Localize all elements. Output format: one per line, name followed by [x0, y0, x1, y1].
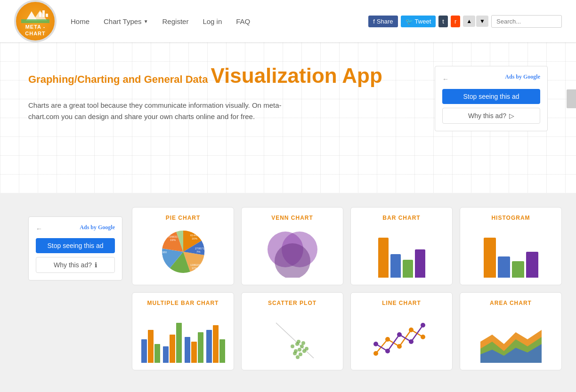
search-input[interactable] — [491, 15, 562, 28]
svg-rect-4 — [42, 10, 45, 17]
chart-card-histogram[interactable]: HISTOGRAM — [460, 207, 562, 285]
chart-card-bar[interactable]: BAR CHART — [350, 207, 453, 285]
why-this-ad-button-left[interactable]: Why this ad? ℹ — [36, 257, 115, 273]
svg-point-24 — [298, 348, 301, 352]
why-this-ad-button-top[interactable]: Why this ad? ▷ — [442, 108, 540, 124]
line-chart-title: LINE CHART — [382, 300, 421, 306]
chart-card-line[interactable]: LINE CHART — [350, 292, 453, 370]
chart-card-area[interactable]: AREA CHART — [460, 292, 562, 370]
stop-seeing-ad-button-left[interactable]: Stop seeing this ad — [36, 238, 115, 253]
chart-card-multibar[interactable]: MULTIPLE BAR CHART — [132, 292, 234, 370]
svg-text:614452: 614452 — [190, 234, 200, 237]
left-ad-back-arrow-icon[interactable]: ← — [36, 225, 42, 232]
svg-point-27 — [297, 340, 300, 344]
svg-text:19%: 19% — [170, 239, 176, 241]
ads-by-google-label: Ads by Google — [505, 73, 540, 80]
svg-point-32 — [301, 341, 305, 345]
area-chart-title: AREA CHART — [490, 300, 532, 306]
ad-back-arrow-icon[interactable]: ← — [442, 75, 449, 83]
hist-bar-2 — [498, 256, 510, 278]
mbar-1c — [154, 344, 160, 363]
bar-4 — [415, 249, 425, 278]
svg-text:307380: 307380 — [157, 251, 167, 254]
mbar-3b — [191, 342, 197, 363]
area-chart-svg — [480, 316, 542, 363]
hero-title: Graphing/Charting and General Data Visua… — [28, 61, 416, 90]
svg-point-28 — [293, 352, 297, 355]
line-chart-visual — [369, 311, 435, 363]
social-buttons: f Share 🐦 Tweet t r ▲ ▼ — [368, 15, 562, 28]
scatter-visual — [260, 311, 325, 363]
nav-login[interactable]: Log in — [203, 17, 222, 25]
hero-description: Charts are a great tool because they com… — [28, 100, 292, 122]
svg-point-30 — [299, 352, 302, 356]
svg-rect-3 — [39, 12, 41, 17]
multibar-title: MULTIPLE BAR CHART — [147, 300, 219, 306]
pie-chart-visual: 614452 16% 279571 7% 1380207 37% 490534 … — [150, 226, 216, 278]
hero-section: Graphing/Charting and General Data Visua… — [0, 42, 576, 193]
svg-text:279571: 279571 — [195, 247, 205, 250]
histogram-title: HISTOGRAM — [491, 215, 530, 221]
multibar-bars — [141, 316, 225, 363]
svg-text:8%: 8% — [159, 254, 163, 257]
svg-point-22 — [291, 344, 294, 348]
mbar-3a — [185, 337, 190, 363]
venn-chart-title: VENN CHART — [271, 215, 313, 221]
svg-rect-2 — [21, 19, 49, 23]
facebook-share-button[interactable]: f Share — [368, 16, 398, 27]
mbar-4b — [213, 325, 219, 363]
downvote-button[interactable]: ▼ — [476, 16, 488, 27]
mbar-4a — [206, 330, 212, 363]
twitter-tweet-button[interactable]: 🐦 Tweet — [401, 16, 436, 27]
main-nav: Home Chart Types ▼ Register Log in FAQ — [71, 17, 368, 25]
pie-chart-title: PIE CHART — [166, 215, 201, 221]
logo-subtext: CHART — [25, 31, 46, 36]
stop-seeing-ad-button-top[interactable]: Stop seeing this ad — [442, 89, 540, 104]
dropdown-arrow-icon: ▼ — [144, 19, 148, 24]
nav-chart-types[interactable]: Chart Types ▼ — [104, 17, 148, 25]
reddit-button[interactable]: r — [451, 16, 460, 27]
svg-rect-5 — [46, 14, 48, 17]
chart-card-venn[interactable]: VENN CHART — [241, 207, 343, 285]
svg-point-38 — [421, 335, 425, 339]
mbar-1a — [141, 339, 147, 363]
chart-card-pie[interactable]: PIE CHART 614452 16% — [132, 207, 234, 285]
venn-chart-svg — [262, 231, 323, 278]
svg-text:726631: 726631 — [168, 235, 178, 238]
nav-register[interactable]: Register — [162, 17, 189, 25]
scatter-title: SCATTER PLOT — [268, 300, 316, 306]
upvote-button[interactable]: ▲ — [463, 16, 475, 27]
twitter-icon: 🐦 — [406, 18, 413, 25]
hero-decoration — [567, 89, 576, 108]
multibar-set-4 — [206, 325, 225, 363]
facebook-icon: f — [373, 18, 375, 25]
svg-point-41 — [397, 332, 402, 337]
hist-bar-4 — [526, 252, 538, 278]
svg-point-39 — [373, 342, 378, 346]
svg-text:13%: 13% — [165, 274, 171, 277]
mbar-2c — [176, 323, 182, 363]
svg-point-35 — [385, 337, 390, 342]
nav-home[interactable]: Home — [71, 17, 89, 25]
svg-point-34 — [373, 351, 378, 356]
scatter-svg — [262, 316, 323, 363]
histogram-visual — [478, 226, 544, 278]
tumblr-button[interactable]: t — [438, 16, 448, 27]
svg-point-40 — [385, 349, 390, 353]
hist-bar-1 — [484, 238, 496, 278]
logo[interactable]: META - CHART — [14, 0, 57, 42]
svg-text:37%: 37% — [192, 267, 198, 270]
mbar-4c — [219, 339, 225, 363]
svg-point-31 — [305, 347, 308, 351]
nav-faq[interactable]: FAQ — [236, 17, 250, 25]
svg-text:16%: 16% — [192, 237, 198, 240]
area-chart-visual — [478, 311, 544, 363]
svg-point-26 — [300, 344, 304, 348]
left-ad-panel: ← Ads by Google Stop seeing this ad Why … — [28, 216, 122, 280]
header: META - CHART Home Chart Types ▼ Register… — [0, 0, 576, 42]
multibar-set-1 — [141, 330, 160, 363]
mbar-2a — [163, 346, 169, 363]
svg-point-36 — [397, 344, 402, 349]
chart-card-scatter[interactable]: SCATTER PLOT — [241, 292, 343, 370]
svg-point-37 — [409, 328, 414, 332]
